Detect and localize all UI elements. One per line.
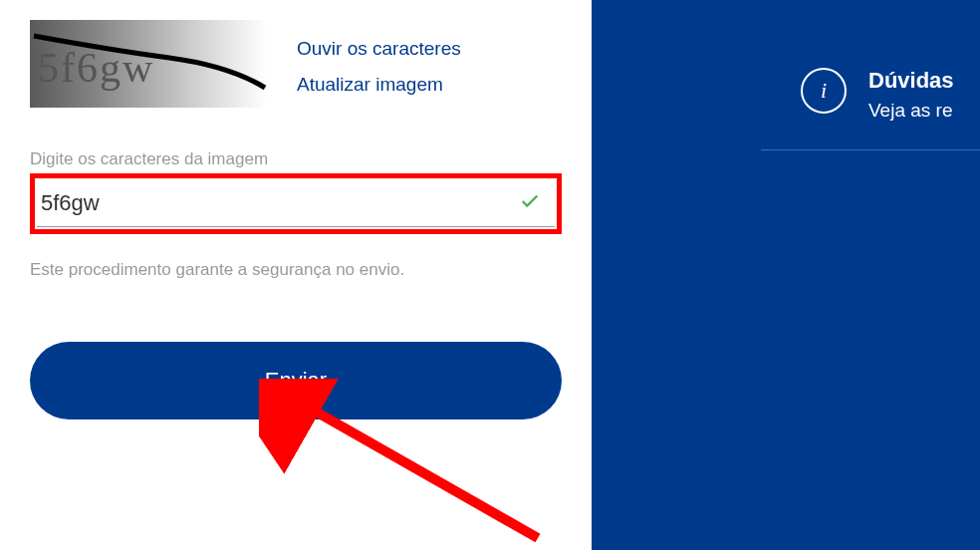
checkmark-icon: [519, 190, 541, 218]
sidebar-info-subtitle: Veja as re: [868, 100, 954, 122]
info-icon: i: [801, 68, 847, 114]
captcha-links: Ouvir os caracteres Atualizar imagem: [297, 20, 461, 96]
sidebar-info-title: Dúvidas: [868, 68, 954, 94]
sidebar-panel: i Dúvidas Veja as re: [592, 0, 980, 550]
refresh-captcha-link[interactable]: Atualizar imagem: [297, 74, 461, 96]
captcha-image: 5f6gw: [30, 20, 267, 108]
captcha-row: 5f6gw Ouvir os caracteres Atualizar imag…: [30, 20, 562, 108]
listen-captcha-link[interactable]: Ouvir os caracteres: [297, 38, 461, 60]
captcha-help-text: Este procedimento garante a segurança no…: [30, 260, 562, 280]
captcha-input-section: Digite os caracteres da imagem Este proc…: [30, 149, 562, 280]
submit-button[interactable]: Enviar: [30, 342, 562, 419]
captcha-image-text: 5f6gw: [38, 44, 154, 92]
captcha-input[interactable]: [37, 180, 555, 227]
svg-line-1: [293, 399, 538, 538]
sidebar-info-row[interactable]: i Dúvidas Veja as re: [761, 0, 980, 150]
captcha-form-panel: 5f6gw Ouvir os caracteres Atualizar imag…: [0, 0, 592, 550]
captcha-input-highlight: [30, 173, 562, 234]
captcha-input-label: Digite os caracteres da imagem: [30, 149, 562, 169]
sidebar-info-text: Dúvidas Veja as re: [868, 68, 954, 122]
